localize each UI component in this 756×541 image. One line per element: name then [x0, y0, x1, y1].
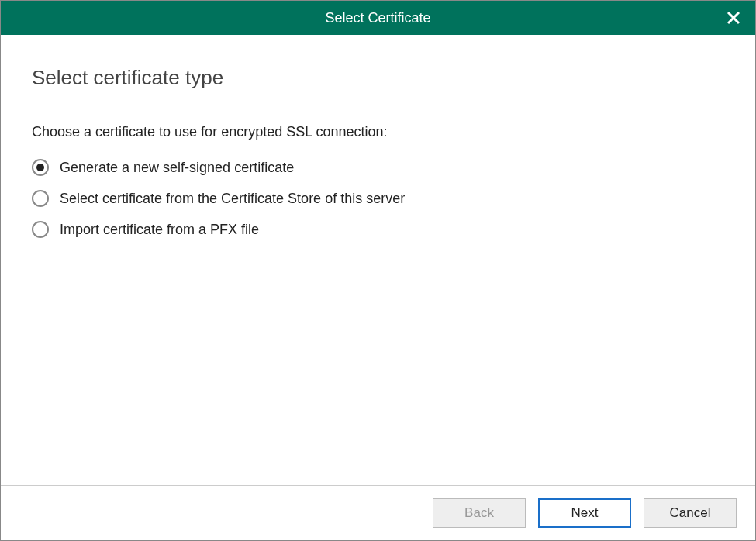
close-icon: [727, 11, 740, 25]
dialog-footer: Back Next Cancel: [1, 485, 755, 540]
cancel-button[interactable]: Cancel: [644, 498, 737, 528]
instruction-text: Choose a certificate to use for encrypte…: [32, 124, 724, 140]
page-heading: Select certificate type: [32, 66, 724, 90]
radio-icon: [32, 221, 49, 238]
dialog-title: Select Certificate: [325, 10, 430, 26]
radio-icon: [32, 159, 49, 176]
certificate-options: Generate a new self-signed certificate S…: [32, 159, 724, 238]
option-select-from-store[interactable]: Select certificate from the Certificate …: [32, 190, 724, 207]
dialog-content: Select certificate type Choose a certifi…: [1, 35, 755, 485]
option-label: Select certificate from the Certificate …: [60, 191, 405, 207]
titlebar: Select Certificate: [1, 1, 755, 35]
close-button[interactable]: [724, 9, 743, 27]
option-label: Generate a new self-signed certificate: [60, 160, 294, 176]
back-button[interactable]: Back: [433, 498, 526, 528]
option-label: Import certificate from a PFX file: [60, 222, 259, 238]
option-import-pfx[interactable]: Import certificate from a PFX file: [32, 221, 724, 238]
next-button[interactable]: Next: [538, 498, 631, 528]
option-generate-self-signed[interactable]: Generate a new self-signed certificate: [32, 159, 724, 176]
radio-icon: [32, 190, 49, 207]
